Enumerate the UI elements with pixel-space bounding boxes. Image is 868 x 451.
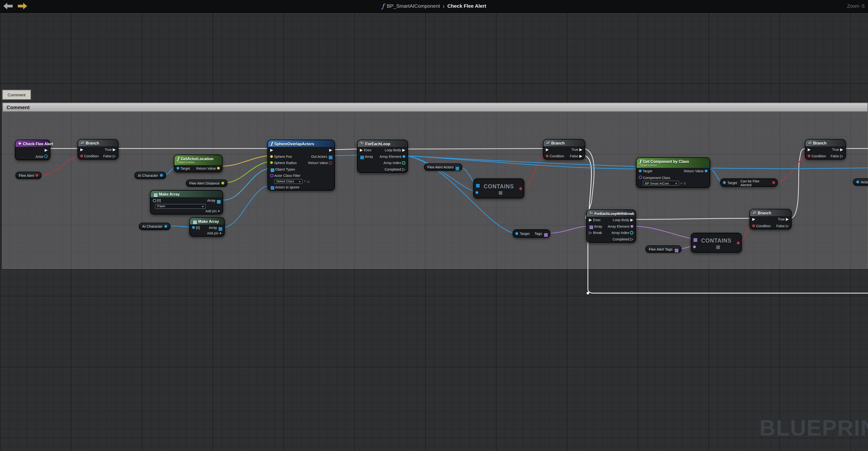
true-exec-pin[interactable]: ▶ (840, 147, 843, 151)
array-element-pin[interactable] (630, 225, 633, 227)
node-check-flee-alert[interactable]: ◆ Check Flee Alert ▶ Actor (15, 140, 50, 160)
sphere-pos-pin[interactable] (270, 155, 273, 158)
item-to-find-pin[interactable] (693, 246, 696, 248)
node-branch-3[interactable]: ⇄ Branch ▶True▶ ConditionFalse▷ (750, 209, 792, 229)
object-out-pin[interactable] (164, 225, 167, 228)
node-branch-4[interactable]: ⇄ Branch ▶True▶ ConditionFalse▷ (805, 139, 846, 160)
out-actors-pin[interactable] (329, 156, 330, 157)
condition-pin[interactable] (80, 154, 83, 157)
target-pin[interactable] (177, 167, 180, 170)
return-value-pin[interactable] (519, 187, 522, 190)
node-actor-partial[interactable]: Actor (853, 178, 868, 186)
node-get-actor-location[interactable]: ƒGetActorLocation Target is Actor Target… (174, 155, 222, 172)
element-0-pin[interactable] (192, 226, 195, 229)
target-pin[interactable] (723, 181, 726, 184)
return-value-pin[interactable] (329, 161, 332, 164)
node-array-contains-1[interactable]: CONTAINS (473, 178, 524, 199)
select-class-dropdown[interactable]: Select Class▾ (274, 179, 303, 184)
node-branch-1[interactable]: ⇄ Branch ▶True▶ ConditionFalse▷ (78, 139, 118, 160)
exec-in-pin[interactable]: ▶ (752, 217, 755, 221)
exec-in-pin[interactable]: ▶ (270, 148, 273, 152)
forward-arrow-icon[interactable] (18, 3, 27, 9)
array-out-pin[interactable] (217, 200, 218, 201)
false-exec-pin[interactable]: ▷ (113, 154, 116, 158)
breadcrumb-function-name[interactable]: Check Flee Alert (447, 3, 486, 9)
component-class-dropdown[interactable]: BP Smart AICom▾ (643, 181, 679, 186)
array-in-pin[interactable] (361, 156, 362, 157)
browse-class-icon[interactable]: ⊙ (307, 179, 310, 183)
add-pin-button[interactable]: Add pin+ (151, 209, 222, 214)
tags-out-pin[interactable] (544, 233, 546, 234)
break-pin[interactable]: ▷ (589, 230, 592, 234)
loop-body-pin[interactable]: ▶ (630, 218, 633, 222)
comment-bubble[interactable]: Comment (2, 90, 31, 100)
return-value-pin[interactable] (705, 170, 708, 172)
clear-class-icon[interactable]: × (304, 179, 306, 183)
exec-out-pin[interactable]: ▶ (44, 148, 48, 152)
add-pin-button[interactable]: Add pin+ (190, 231, 224, 236)
array-in-pin[interactable] (590, 226, 591, 227)
node-can-be-flee-alerted[interactable]: Target Can be Flee Alerted (720, 178, 778, 187)
node-get-flee-alert-tags[interactable]: Flee Alert Tags (646, 246, 681, 253)
exec-in-pin[interactable]: ▶ (546, 147, 549, 151)
node-get-flee-alert-actors[interactable]: Flee Alert Actors (424, 163, 463, 171)
node-get-tags[interactable]: Target Tags (513, 229, 550, 237)
condition-pin[interactable] (546, 154, 549, 157)
breadcrumb-blueprint-name[interactable]: BP_SmartAIComponent (387, 3, 440, 9)
array-index-pin[interactable] (630, 231, 633, 234)
component-class-pin[interactable] (639, 176, 642, 179)
target-pin[interactable] (639, 170, 642, 172)
array-out-pin[interactable] (456, 167, 457, 168)
node-for-each-loop-with-break[interactable]: ↻ ForEachLoopWithBreak ▶ExecLoop Body▶ A… (586, 209, 636, 243)
clear-class-icon[interactable]: × (680, 181, 682, 185)
node-for-each-loop[interactable]: ↻ ForEachLoop ▶ExecLoop Body▶ ArrayArray… (357, 140, 408, 173)
sphere-radius-pin[interactable] (270, 162, 273, 164)
bool-out-pin[interactable] (772, 181, 775, 184)
false-exec-pin[interactable]: ▷ (786, 224, 789, 228)
exec-in-pin[interactable]: ▶ (808, 147, 810, 151)
false-exec-pin[interactable]: ▶ (579, 154, 582, 158)
comment-header[interactable]: Comment (2, 103, 868, 112)
completed-pin[interactable]: ▷ (630, 237, 633, 241)
object-types-pin[interactable] (271, 169, 272, 170)
actors-to-ignore-pin[interactable] (271, 186, 272, 188)
float-out-pin[interactable] (221, 182, 224, 184)
browse-class-icon[interactable]: ⊙ (683, 181, 686, 185)
node-get-flee-alert-distance[interactable]: Flee Alert Distance (186, 179, 227, 187)
node-get-component-by-class[interactable]: ƒGet Component by Class Target is Actor … (636, 157, 710, 188)
node-branch-2[interactable]: ⇄ Branch ▶True▶ ConditionFalse▶ (543, 139, 585, 160)
exec-out-pin[interactable]: ▶ (329, 148, 332, 152)
false-exec-pin[interactable]: ▷ (840, 154, 843, 158)
completed-pin[interactable]: ▷ (402, 167, 405, 171)
actor-class-filter-pin[interactable] (270, 174, 273, 177)
element-0-pin[interactable] (153, 199, 156, 202)
array-out-pin[interactable] (219, 227, 220, 228)
true-exec-pin[interactable]: ▶ (786, 217, 789, 221)
return-value-pin[interactable] (737, 242, 740, 244)
object-in-pin[interactable] (857, 181, 859, 184)
exec-in-pin[interactable]: ▶ (360, 148, 363, 152)
true-exec-pin[interactable]: ▶ (579, 147, 582, 151)
object-type-dropdown[interactable]: Pawn▾ (155, 204, 206, 209)
node-array-contains-2[interactable]: CONTAINS (691, 233, 742, 253)
true-exec-pin[interactable]: ▶ (113, 147, 116, 151)
node-make-array-1[interactable]: Make Array [0]Array Pawn▾ Add pin+ (150, 190, 223, 214)
bool-out-pin[interactable] (36, 174, 38, 177)
array-element-pin[interactable] (402, 155, 405, 158)
condition-pin[interactable] (752, 224, 755, 227)
node-get-ai-character-1[interactable]: AI Character (134, 172, 166, 179)
condition-pin[interactable] (808, 154, 810, 157)
node-get-flee-alert[interactable]: Flee Alert (16, 172, 42, 179)
exec-in-pin[interactable]: ▶ (589, 218, 592, 222)
node-get-ai-character-2[interactable]: AI Character (139, 223, 170, 230)
return-value-pin[interactable] (217, 167, 220, 170)
array-index-pin[interactable] (402, 161, 405, 164)
node-make-array-2[interactable]: Make Array [0]Array Add pin+ (189, 217, 225, 236)
exec-in-pin[interactable]: ▶ (80, 147, 83, 151)
array-out-pin[interactable] (675, 248, 676, 250)
back-arrow-icon[interactable] (3, 3, 13, 9)
actor-out-pin[interactable] (44, 155, 48, 158)
node-sphere-overlap-actors[interactable]: ƒ SphereOverlapActors ▶▶ Sphere PosOut A… (267, 140, 335, 191)
target-pin[interactable] (515, 232, 518, 235)
loop-body-pin[interactable]: ▶ (402, 148, 405, 152)
